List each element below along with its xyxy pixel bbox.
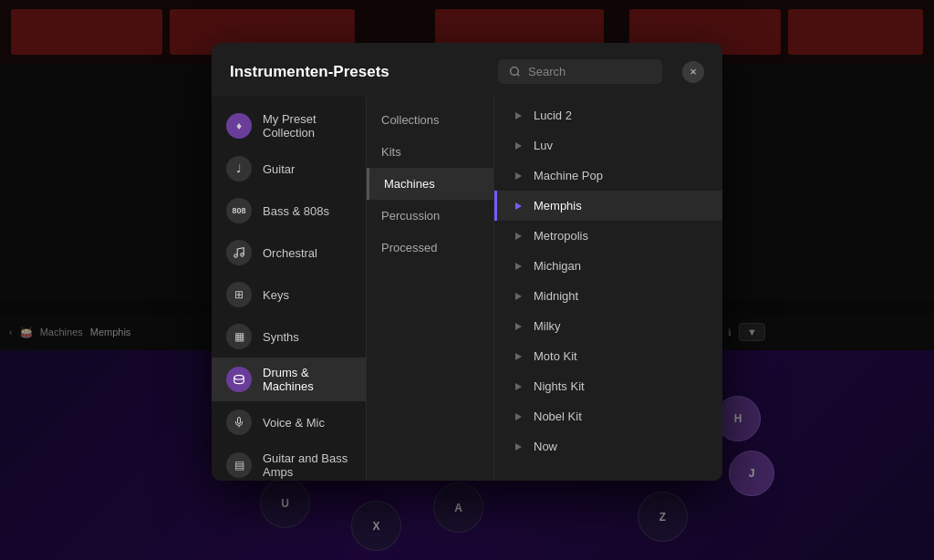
play-icon-moto-kit[interactable] — [512, 350, 524, 363]
category-item-voice[interactable]: Voice & Mic — [212, 401, 366, 443]
category-item-synths[interactable]: ▦ Synths — [212, 316, 366, 358]
result-label-lucid2: Lucid 2 — [534, 109, 572, 122]
category-column: ♦ My Preset Collection ♩ Guitar 808 Bass… — [212, 97, 367, 481]
play-icon-luv[interactable] — [512, 140, 524, 152]
category-label-keys: Keys — [263, 288, 289, 302]
result-label-milky: Milky — [534, 319, 561, 333]
svg-marker-6 — [515, 112, 522, 119]
close-button[interactable]: × — [682, 61, 704, 83]
modal-overlay: Instrumenten-Presets × ♦ My Preset Colle… — [0, 0, 934, 560]
result-item-machine-pop[interactable]: Machine Pop — [494, 161, 722, 191]
category-label-bass: Bass & 808s — [263, 204, 329, 218]
category-item-guitar-amps[interactable]: ▤ Guitar and Bass Amps — [212, 443, 366, 481]
play-icon-nobel-kit[interactable] — [512, 410, 524, 423]
my-preset-icon: ♦ — [226, 113, 252, 139]
result-label-nights-kit: Nights Kit — [534, 379, 585, 393]
result-item-nights-kit[interactable]: Nights Kit — [494, 371, 722, 401]
guitar-amps-icon: ▤ — [226, 452, 252, 478]
result-item-moto-kit[interactable]: Moto Kit — [494, 341, 722, 371]
category-label-guitar: Guitar — [263, 162, 295, 176]
svg-marker-10 — [515, 233, 522, 240]
result-label-michigan: Michigan — [534, 259, 581, 273]
voice-icon — [226, 410, 252, 435]
result-label-memphis: Memphis — [534, 199, 582, 213]
modal-title: Instrumenten-Presets — [230, 63, 389, 81]
sub-item-kits[interactable]: Kits — [367, 136, 493, 168]
search-icon — [509, 66, 521, 78]
svg-point-4 — [234, 375, 244, 379]
svg-marker-13 — [515, 323, 522, 330]
svg-marker-15 — [515, 383, 522, 390]
result-item-michigan[interactable]: Michigan — [494, 251, 722, 281]
sub-item-processed[interactable]: Processed — [367, 232, 493, 264]
category-item-my-preset[interactable]: ♦ My Preset Collection — [212, 104, 366, 148]
svg-line-1 — [517, 74, 519, 76]
result-label-now: Now — [534, 440, 557, 453]
result-item-metropolis[interactable]: Metropolis — [494, 221, 722, 251]
results-column: Lucid 2 Luv Machine Pop — [494, 97, 722, 481]
sub-item-machines[interactable]: Machines — [367, 168, 493, 200]
result-item-nobel-kit[interactable]: Nobel Kit — [494, 401, 722, 431]
modal-body: ♦ My Preset Collection ♩ Guitar 808 Bass… — [212, 97, 722, 481]
result-label-machine-pop: Machine Pop — [534, 169, 603, 182]
sub-item-collections[interactable]: Collections — [367, 104, 493, 136]
result-item-now[interactable]: Now — [494, 431, 722, 461]
search-container — [498, 59, 662, 84]
category-item-bass[interactable]: 808 Bass & 808s — [212, 190, 366, 232]
play-icon-nights-kit[interactable] — [512, 380, 524, 393]
svg-marker-11 — [515, 263, 522, 270]
sub-item-percussion[interactable]: Percussion — [367, 200, 493, 232]
play-icon-now[interactable] — [512, 441, 524, 453]
play-icon-machine-pop[interactable] — [512, 170, 524, 182]
result-item-memphis[interactable]: Memphis — [494, 191, 722, 221]
category-label-synths: Synths — [263, 330, 299, 344]
category-label-voice: Voice & Mic — [263, 416, 325, 430]
keys-icon: ⊞ — [226, 282, 252, 307]
category-label-drums: Drums & Machines — [263, 366, 351, 393]
category-label-guitar-amps: Guitar and Bass Amps — [263, 451, 351, 479]
result-item-midnight[interactable]: Midnight — [494, 281, 722, 311]
search-input[interactable] — [528, 65, 651, 78]
svg-point-2 — [234, 254, 238, 258]
guitar-icon: ♩ — [226, 156, 252, 181]
play-icon-metropolis[interactable] — [512, 230, 524, 243]
category-item-guitar[interactable]: ♩ Guitar — [212, 148, 366, 190]
category-item-drums[interactable]: Drums & Machines — [212, 358, 366, 401]
svg-marker-17 — [515, 443, 522, 451]
svg-point-0 — [511, 67, 519, 76]
svg-marker-8 — [515, 172, 522, 180]
play-icon-midnight[interactable] — [512, 290, 524, 303]
svg-marker-7 — [515, 142, 522, 150]
synths-icon: ▦ — [226, 324, 252, 349]
svg-marker-12 — [515, 293, 522, 300]
result-item-milky[interactable]: Milky — [494, 311, 722, 341]
category-item-keys[interactable]: ⊞ Keys — [212, 274, 366, 316]
drums-icon — [226, 367, 252, 392]
modal-header: Instrumenten-Presets × — [212, 43, 722, 97]
result-label-midnight: Midnight — [534, 289, 578, 303]
play-icon-memphis[interactable] — [512, 200, 524, 213]
category-item-orchestral[interactable]: Orchestral — [212, 232, 366, 274]
result-label-nobel-kit: Nobel Kit — [534, 410, 582, 423]
result-item-luv[interactable]: Luv — [494, 130, 722, 161]
result-label-moto-kit: Moto Kit — [534, 349, 577, 363]
result-label-metropolis: Metropolis — [534, 229, 588, 243]
subcategory-column: Collections Kits Machines Percussion Pro… — [367, 97, 494, 481]
svg-marker-16 — [515, 413, 522, 420]
category-label-orchestral: Orchestral — [263, 246, 317, 260]
result-label-luv: Luv — [534, 139, 553, 152]
bass-icon: 808 — [226, 198, 252, 223]
result-item-lucid2[interactable]: Lucid 2 — [494, 100, 722, 130]
svg-marker-14 — [515, 353, 522, 360]
svg-marker-9 — [515, 202, 522, 210]
play-icon-michigan[interactable] — [512, 260, 524, 273]
play-icon-lucid2[interactable] — [512, 109, 524, 122]
orchestral-icon — [226, 240, 252, 265]
category-label-my-preset: My Preset Collection — [263, 112, 351, 140]
instrument-presets-modal: Instrumenten-Presets × ♦ My Preset Colle… — [212, 43, 722, 481]
play-icon-milky[interactable] — [512, 320, 524, 333]
svg-point-3 — [241, 254, 244, 257]
